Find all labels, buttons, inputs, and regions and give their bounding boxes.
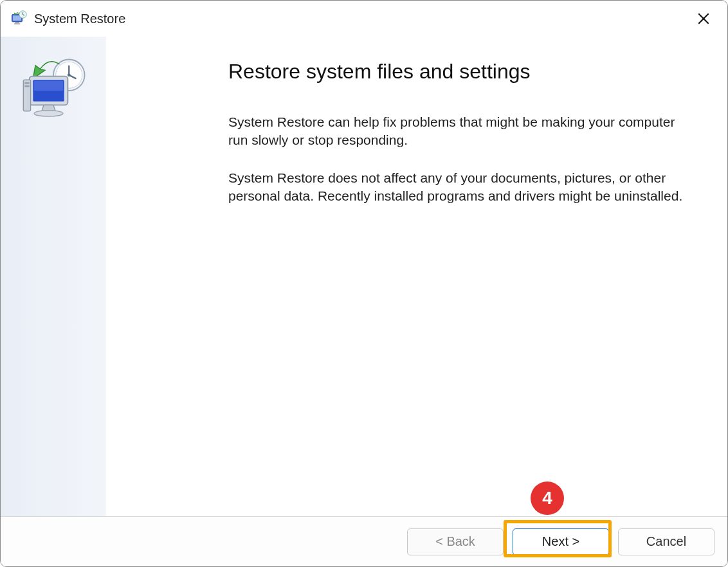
wizard-body: Restore system files and settings System… — [1, 37, 727, 516]
svg-rect-2 — [15, 22, 19, 24]
svg-rect-17 — [24, 82, 29, 84]
window-title: System Restore — [34, 12, 689, 26]
svg-rect-14 — [34, 81, 63, 91]
intro-paragraph-1: System Restore can help fix problems tha… — [228, 113, 689, 150]
svg-rect-18 — [24, 86, 29, 87]
svg-rect-16 — [23, 80, 30, 111]
intro-paragraph-2: System Restore does not affect any of yo… — [228, 169, 689, 206]
system-restore-hero-icon — [17, 55, 89, 127]
page-heading: Restore system files and settings — [228, 60, 689, 84]
wizard-sidebar — [1, 37, 106, 516]
wizard-footer: < Back Next > Cancel — [1, 516, 727, 566]
close-icon — [698, 13, 709, 24]
wizard-content: Restore system files and settings System… — [106, 37, 727, 516]
cancel-button[interactable]: Cancel — [618, 528, 714, 555]
svg-point-15 — [34, 111, 63, 116]
next-button[interactable]: Next > — [513, 528, 609, 555]
system-restore-app-icon — [10, 10, 28, 28]
svg-point-11 — [68, 73, 71, 76]
system-restore-window: System Restore — [0, 0, 728, 567]
titlebar: System Restore — [1, 1, 727, 37]
back-button: < Back — [407, 528, 504, 555]
svg-rect-3 — [14, 23, 21, 24]
close-button[interactable] — [689, 6, 718, 32]
